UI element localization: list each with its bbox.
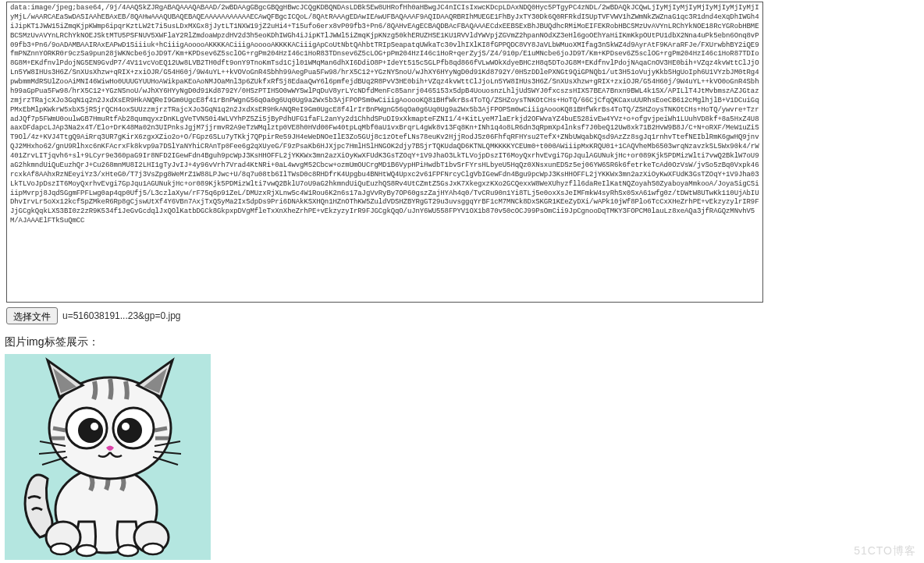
base64-output-textarea[interactable]: [6, 2, 763, 303]
svg-point-6: [51, 544, 71, 554]
image-section-label: 图片img标签展示：: [5, 335, 924, 349]
svg-point-13: [91, 423, 98, 430]
watermark-text: 51CTO博客: [854, 544, 916, 558]
svg-point-12: [117, 418, 142, 443]
cat-illustration-icon: [5, 354, 211, 560]
svg-point-4: [76, 545, 97, 556]
image-preview: [5, 354, 211, 560]
svg-point-7: [143, 544, 163, 554]
choose-file-button[interactable]: 选择文件: [6, 307, 58, 324]
svg-point-14: [122, 423, 130, 430]
selected-filename-label: u=516038191...23&gp=0.jpg: [62, 310, 180, 321]
svg-point-11: [78, 418, 103, 443]
svg-point-5: [118, 545, 138, 556]
